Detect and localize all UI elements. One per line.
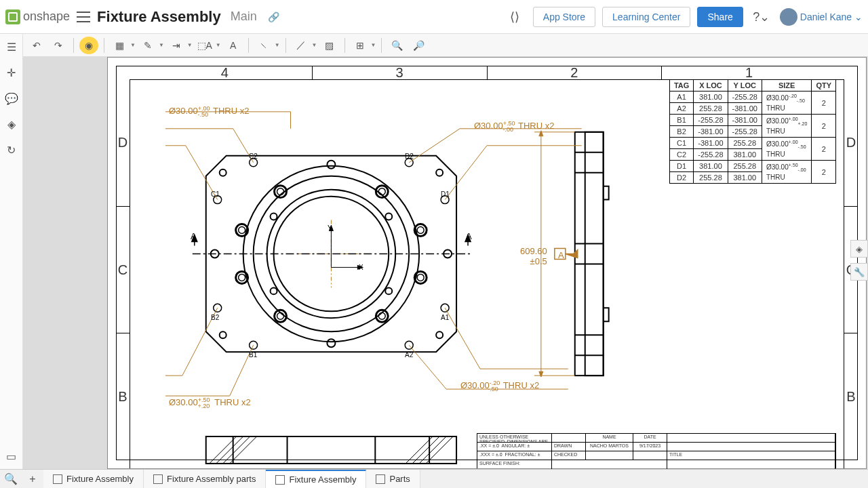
svg-point-9 bbox=[327, 339, 335, 347]
svg-point-27 bbox=[378, 312, 385, 319]
svg-point-20 bbox=[277, 188, 284, 195]
insert-view-tool[interactable]: ▦▼ bbox=[110, 37, 136, 54]
link-icon[interactable]: 🔗 bbox=[268, 12, 279, 22]
active-tool-icon[interactable]: ◉ bbox=[79, 37, 98, 54]
tag-a2: A2 bbox=[405, 351, 413, 359]
avatar-icon bbox=[780, 8, 797, 26]
tab-fixture-drawing[interactable]: Fixture Assembly bbox=[266, 470, 366, 488]
svg-point-30 bbox=[271, 287, 277, 294]
tag-d2: D2 bbox=[405, 152, 414, 160]
tag-c1: C1 bbox=[211, 190, 220, 198]
svg-line-63 bbox=[216, 436, 243, 464]
cube-icon bbox=[53, 474, 62, 484]
user-name: Daniel Kane bbox=[800, 12, 852, 22]
folder-icon bbox=[153, 474, 163, 484]
tag-d1: D1 bbox=[441, 190, 450, 198]
axis-y: Y bbox=[328, 224, 332, 232]
right-tools: ◈ 🔧 bbox=[850, 240, 868, 281]
drawing-canvas[interactable]: 4321 DCB DCB bbox=[23, 57, 868, 469]
datum-a: A bbox=[558, 250, 564, 260]
folder-icon bbox=[376, 474, 385, 484]
branch-name[interactable]: Main bbox=[231, 9, 257, 24]
svg-point-4 bbox=[220, 169, 226, 176]
settings-tool-icon[interactable]: 🔧 bbox=[850, 263, 868, 281]
redo-button[interactable]: ↷ bbox=[49, 37, 68, 54]
history-icon[interactable]: ↻ bbox=[4, 142, 19, 157]
left-rail: ☰ ✛ 💬 ◈ ↻ ▭ bbox=[0, 34, 23, 469]
svg-point-7 bbox=[436, 331, 443, 338]
layers-icon[interactable]: ◈ bbox=[850, 240, 868, 258]
centerline-tool[interactable]: ⟍▼ bbox=[254, 37, 280, 54]
collapse-icon[interactable]: ▭ bbox=[4, 449, 19, 464]
svg-line-67 bbox=[419, 436, 446, 464]
section-a-left: A bbox=[191, 231, 197, 241]
learning-center-button[interactable]: Learning Center bbox=[602, 7, 690, 27]
tag-a1: A1 bbox=[441, 314, 449, 321]
hole-table: TAGX LOCY LOCSIZEQTY A1381.00-255.28Ø30.… bbox=[669, 79, 836, 184]
svg-point-24 bbox=[239, 274, 245, 281]
find-tool[interactable]: 🔎 bbox=[409, 37, 428, 54]
svg-line-64 bbox=[223, 436, 250, 464]
feature-list-icon[interactable]: ☰ bbox=[4, 39, 19, 54]
svg-point-6 bbox=[220, 331, 226, 338]
title-block: UNLESS OTHERWISE SPECIFIED, DIMENSIONS A… bbox=[477, 433, 836, 468]
table-tool[interactable]: ⊞▼ bbox=[351, 37, 376, 54]
axis-x: X bbox=[359, 264, 363, 271]
section-a-right: A bbox=[466, 231, 472, 241]
share-button[interactable]: Share bbox=[697, 7, 743, 27]
user-menu[interactable]: Daniel Kane ⌄ bbox=[780, 8, 863, 26]
svg-point-26 bbox=[277, 312, 284, 319]
undo-button[interactable]: ↶ bbox=[27, 37, 46, 54]
dim-height: 609.60±0.5 bbox=[520, 246, 547, 266]
tab-parts[interactable]: Parts bbox=[366, 470, 420, 488]
cube-icon[interactable]: ◈ bbox=[4, 117, 19, 131]
svg-line-68 bbox=[412, 436, 439, 464]
line-tool[interactable]: ／▼ bbox=[292, 37, 317, 54]
hatch-tool[interactable]: ▨ bbox=[320, 37, 339, 54]
tag-b2: B2 bbox=[211, 314, 219, 321]
inspect-tool[interactable]: 🔍 bbox=[387, 37, 406, 54]
dim-c-callout: Ø30.00+.00-.50 THRU x2 bbox=[169, 105, 249, 118]
analytics-icon[interactable]: ⟨⟩ bbox=[503, 5, 526, 28]
document-title[interactable]: Fixture Assembly bbox=[97, 8, 221, 26]
svg-point-5 bbox=[436, 169, 443, 176]
note-tool[interactable]: ⬚A▼ bbox=[195, 37, 221, 54]
svg-point-29 bbox=[385, 214, 392, 220]
logo-text: onshape bbox=[23, 9, 70, 24]
svg-rect-46 bbox=[585, 132, 604, 375]
add-tab-icon[interactable]: + bbox=[22, 470, 43, 488]
drawing-sheet: 4321 DCB DCB bbox=[107, 57, 867, 469]
tab-fixture-assembly[interactable]: Fixture Assembly bbox=[43, 470, 144, 488]
tab-fixture-parts[interactable]: Fixture Assembly parts bbox=[144, 470, 267, 488]
svg-point-22 bbox=[239, 227, 245, 234]
svg-point-31 bbox=[385, 287, 392, 294]
dim-b-callout: Ø30.00+.50+.20 THRU x2 bbox=[169, 396, 251, 409]
comment-icon[interactable]: 💬 bbox=[4, 91, 19, 106]
toolbar: ↶ ↷ ◉ ▦▼ ✎▼ ⇥▼ ⬚A▼ A ⟍▼ ／▼ ▨ ⊞▼ 🔍 🔎 bbox=[23, 34, 868, 57]
dim-a-callout: Ø30.00-.20-.50 THRU x2 bbox=[460, 380, 539, 392]
app-store-button[interactable]: App Store bbox=[533, 7, 595, 27]
onshape-logo-icon bbox=[5, 9, 20, 24]
hamburger-icon[interactable] bbox=[77, 12, 90, 22]
svg-rect-45 bbox=[575, 132, 604, 375]
sketch-tool[interactable]: ✎▼ bbox=[138, 37, 164, 54]
app-header: onshape Fixture Assembly Main 🔗 ⟨⟩ App S… bbox=[0, 0, 868, 34]
svg-point-23 bbox=[417, 227, 424, 234]
dim-d-callout: Ø30.00+.50-.00 THRU x2 bbox=[474, 120, 554, 133]
drawing-icon bbox=[275, 475, 285, 485]
add-icon[interactable]: ✛ bbox=[4, 65, 19, 80]
svg-point-25 bbox=[417, 274, 424, 281]
svg-point-8 bbox=[327, 161, 335, 169]
help-icon[interactable]: ?⌄ bbox=[750, 5, 773, 28]
tag-b1: B1 bbox=[249, 351, 257, 359]
logo[interactable]: onshape bbox=[5, 9, 70, 24]
search-tabs-icon[interactable]: 🔍 bbox=[0, 470, 22, 488]
tag-c2: C2 bbox=[249, 152, 258, 160]
text-tool[interactable]: A bbox=[224, 37, 243, 54]
svg-point-21 bbox=[378, 188, 385, 195]
dimension-tool[interactable]: ⇥▼ bbox=[167, 37, 193, 54]
bottom-tabs: 🔍 + Fixture Assembly Fixture Assembly pa… bbox=[0, 469, 868, 488]
svg-point-28 bbox=[271, 214, 277, 220]
